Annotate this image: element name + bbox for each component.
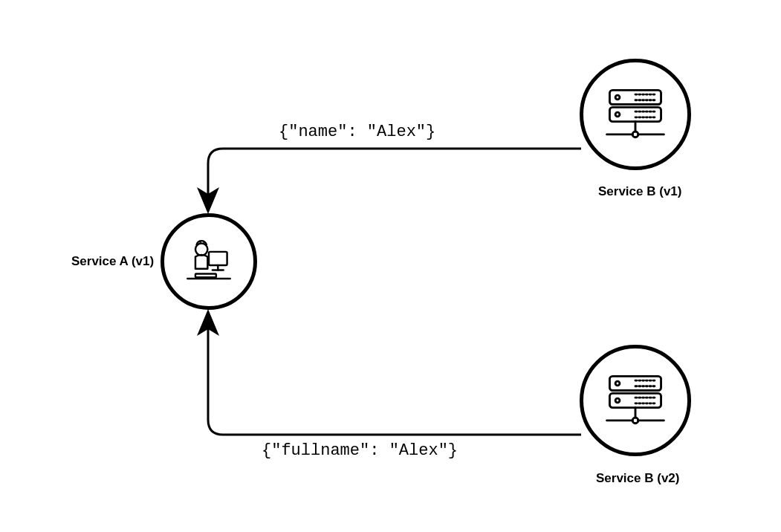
server-icon [600, 79, 671, 150]
server-icon [600, 365, 671, 436]
svg-point-3 [203, 241, 204, 243]
svg-rect-5 [209, 252, 227, 265]
svg-point-15 [615, 112, 620, 117]
payload-top: {"name": "Alex"} [279, 123, 435, 141]
service-b-v2-node [580, 345, 691, 456]
service-b-v2-label: Service B (v2) [596, 471, 679, 486]
svg-point-4 [205, 244, 207, 245]
svg-rect-9 [195, 273, 216, 277]
service-a-node [161, 213, 257, 310]
payload-bottom: {"fullname": "Alex"} [262, 441, 458, 460]
service-b-v1-node [580, 59, 691, 170]
svg-point-27 [615, 398, 620, 403]
svg-point-11 [615, 95, 620, 100]
svg-point-23 [615, 381, 620, 386]
service-b-v1-label: Service B (v1) [598, 184, 681, 199]
svg-rect-26 [609, 393, 661, 407]
svg-point-1 [196, 244, 198, 245]
svg-point-2 [199, 241, 201, 243]
svg-rect-10 [609, 90, 661, 104]
user-at-computer-icon [178, 231, 239, 292]
service-a-label: Service A (v1) [71, 254, 154, 269]
svg-rect-14 [609, 107, 661, 121]
svg-rect-22 [609, 376, 661, 390]
